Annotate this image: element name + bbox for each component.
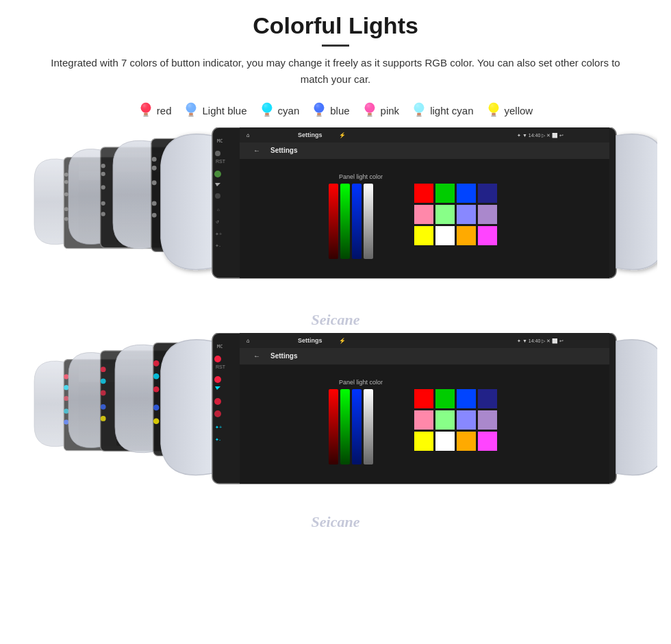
svg-rect-19 [367,115,372,116]
color-item-pink: pink [362,101,400,119]
svg-text:Settings: Settings [270,147,298,154]
svg-text:Settings: Settings [270,352,298,360]
svg-point-17 [364,103,375,113]
color-item-yellow: yellow [486,101,533,119]
lightcyan-bulb-icon [412,101,427,119]
svg-text:⌂: ⌂ [217,208,220,212]
color-label-lightcyan: light cyan [430,105,473,116]
color-label-lightblue: Light blue [202,105,246,116]
svg-text:⌂: ⌂ [246,338,250,344]
svg-rect-165 [352,389,362,465]
svg-point-119 [101,378,106,384]
yellow-bulb-icon [486,101,501,119]
svg-text:⌂: ⌂ [246,132,250,138]
svg-point-46 [101,212,105,216]
svg-rect-89 [340,184,350,259]
svg-text:✦+: ✦+ [215,425,222,430]
svg-rect-90 [352,184,362,259]
svg-point-148 [214,398,221,405]
svg-point-58 [152,201,157,206]
svg-text:✦ ▼ 14:40 ▷ ✕ ⬜ ↩: ✦ ▼ 14:40 ▷ ✕ ⬜ ↩ [517,338,564,344]
svg-rect-97 [435,205,455,224]
svg-rect-103 [478,226,497,245]
svg-rect-23 [416,115,421,116]
svg-point-32 [64,207,68,211]
color-label-cyan: cyan [278,105,300,116]
svg-point-120 [101,391,106,396]
color-indicators: red Light blue [138,101,533,119]
svg-text:✦-: ✦- [215,437,221,442]
svg-point-33 [64,217,68,221]
color-item-cyan: cyan [259,101,300,119]
title-divider [322,45,349,47]
seicane-watermark-bottom: Seicane [312,513,360,530]
svg-rect-26 [492,113,496,116]
svg-point-109 [64,419,68,424]
svg-rect-94 [457,184,476,203]
svg-point-5 [186,103,197,113]
svg-rect-6 [190,113,194,116]
cyan-bulb-icon [259,101,275,119]
svg-rect-10 [265,113,269,116]
svg-point-149 [214,410,221,417]
svg-rect-15 [317,115,322,116]
svg-text:RST: RST [216,159,226,164]
svg-point-55 [152,157,157,162]
svg-point-30 [64,180,68,184]
bottom-car-svg: MC RST ✦+ ✦- ⌂ Settings ⚡ ✦ ▼ 14:40 ▷ ✕ … [14,333,657,535]
color-label-red: red [157,105,172,116]
color-item-lightblue: Light blue [183,101,246,119]
svg-point-72 [215,193,220,199]
svg-point-45 [101,201,105,206]
svg-point-43 [101,172,105,176]
svg-rect-93 [435,184,455,203]
svg-text:←: ← [253,352,260,360]
svg-point-106 [64,385,68,390]
description-text: Integrated with 7 colors of button indic… [41,55,630,88]
svg-rect-178 [478,432,497,451]
svg-text:Settings: Settings [298,132,322,138]
svg-text:Settings: Settings [298,337,322,344]
svg-rect-18 [368,113,372,116]
color-item-red: red [138,101,172,119]
svg-point-71 [214,171,221,177]
svg-rect-92 [414,184,433,203]
svg-text:MC: MC [217,344,223,349]
page-title: Colorful Lights [27,12,644,39]
svg-rect-172 [435,410,455,430]
color-label-yellow: yellow [505,105,533,116]
svg-rect-168 [435,389,455,408]
svg-rect-95 [478,184,497,203]
svg-text:MC: MC [217,138,223,144]
svg-rect-175 [414,432,433,451]
svg-rect-14 [317,113,321,116]
bottom-car-group: MC RST ✦+ ✦- ⌂ Settings ⚡ ✦ ▼ 14:40 ▷ ✕ … [14,333,657,535]
svg-point-121 [101,404,106,410]
svg-text:⚡: ⚡ [339,337,346,344]
svg-rect-91 [364,184,373,259]
svg-point-69 [215,151,220,156]
svg-point-108 [64,409,68,414]
svg-rect-27 [491,115,496,116]
svg-point-13 [314,103,325,113]
svg-text:Panel light color: Panel light color [339,173,383,180]
svg-rect-163 [329,389,338,465]
car-layer-front: MC RST ⌂ ↺ ✦+ ✦- ⌂ Settings ⚡ ✦ ▼ 14:40 … [161,127,657,278]
top-car-group: MC RST ⌂ ↺ ✦+ ✦- ⌂ Settings ⚡ ✦ ▼ 14:40 … [14,127,657,333]
svg-point-118 [101,367,106,372]
color-label-pink: pink [381,105,400,116]
svg-rect-99 [478,205,497,224]
top-car-svg: MC RST ⌂ ↺ ✦+ ✦- ⌂ Settings ⚡ ✦ ▼ 14:40 … [14,127,657,333]
svg-rect-2 [144,113,148,116]
svg-point-1 [140,103,151,113]
svg-rect-88 [329,184,338,259]
pink-bulb-icon [362,101,377,119]
page-container: Colorful Lights Integrated with 7 colors… [0,0,671,644]
svg-point-133 [153,386,160,393]
svg-point-132 [153,373,160,380]
svg-point-145 [214,356,221,362]
svg-rect-177 [457,432,476,451]
svg-rect-102 [457,226,476,245]
svg-text:✦-: ✦- [215,243,221,248]
svg-rect-164 [340,389,350,465]
